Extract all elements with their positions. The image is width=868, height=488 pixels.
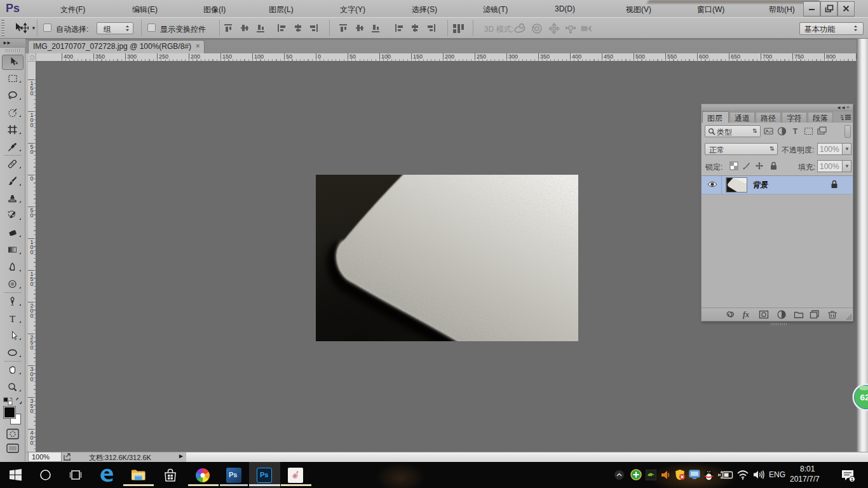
svg-text:1: 1 bbox=[851, 477, 853, 482]
svg-text:T: T bbox=[793, 127, 798, 136]
svg-text:T: T bbox=[10, 314, 15, 324]
svg-text:fx: fx bbox=[743, 310, 749, 319]
svg-text:62: 62 bbox=[860, 393, 868, 402]
